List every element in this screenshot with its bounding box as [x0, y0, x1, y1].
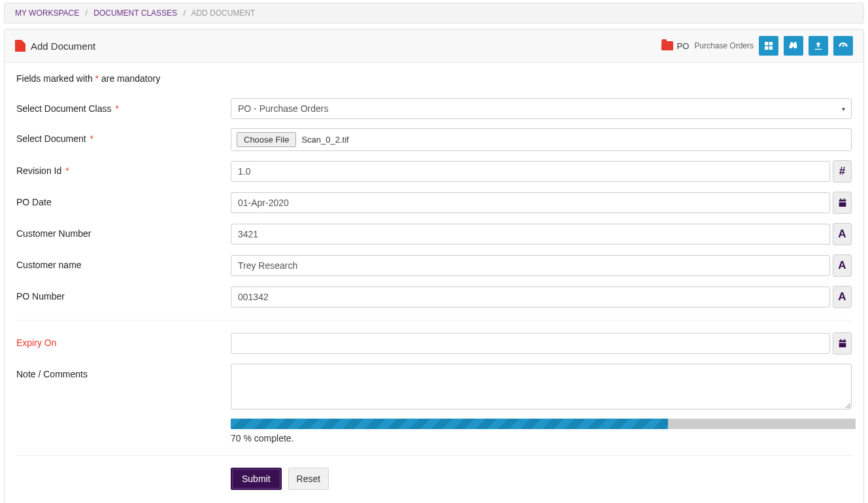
panel-header-actions: PO Purchase Orders [661, 36, 854, 56]
row-revision-id: Revision Id * # [16, 160, 852, 182]
search-button[interactable] [784, 36, 803, 56]
binoculars-icon [788, 41, 799, 51]
dashboard-button[interactable] [833, 36, 853, 56]
row-customer-name: Customer name A [16, 254, 852, 277]
submit-button[interactable]: Submit [231, 468, 282, 490]
choose-file-button[interactable]: Choose File [237, 132, 296, 147]
folder-code: PO [677, 41, 690, 51]
upload-icon [813, 41, 824, 51]
document-icon [15, 40, 25, 52]
label-po-number: PO Number [16, 286, 231, 302]
folder-label: PO Purchase Orders [661, 41, 754, 51]
input-customer-name[interactable] [231, 255, 830, 276]
breadcrumb-separator: / [86, 9, 88, 18]
progress-bar-fill [231, 419, 668, 429]
input-po-date[interactable] [231, 192, 830, 213]
input-revision-id[interactable] [231, 161, 830, 182]
section-divider [16, 455, 852, 456]
progress-bar [231, 419, 856, 429]
input-expiry-on[interactable] [231, 333, 830, 354]
label-notes: Note / Comments [16, 364, 231, 379]
text-icon: A [833, 254, 852, 277]
section-divider [16, 320, 852, 321]
row-po-date: PO Date [16, 192, 852, 214]
breadcrumb-item-classes[interactable]: DOCUMENT CLASSES [93, 9, 177, 18]
button-row: Submit Reset [231, 468, 852, 490]
progress-section: 70 % complete. [231, 419, 852, 443]
hash-icon: # [833, 160, 852, 182]
reset-button[interactable]: Reset [288, 468, 329, 490]
text-icon: A [833, 223, 852, 245]
progress-text: 70 % complete. [231, 433, 852, 443]
breadcrumb: MY WORKSPACE / DOCUMENT CLASSES / ADD DO… [4, 3, 864, 24]
panel-title-text: Add Document [31, 41, 95, 52]
panel-body: Fields marked with * are mandatory Selec… [5, 63, 863, 503]
text-icon: A [833, 286, 852, 308]
breadcrumb-current: ADD DOCUMENT [191, 9, 255, 18]
input-customer-number[interactable] [231, 224, 830, 245]
file-input-wrap: Choose File Scan_0_2.tif [231, 128, 852, 151]
chosen-filename: Scan_0_2.tif [301, 135, 348, 145]
label-revision-id: Revision Id * [16, 160, 231, 176]
row-po-number: PO Number A [16, 286, 852, 308]
folder-name: Purchase Orders [694, 41, 754, 50]
label-document-class: Select Document Class * [16, 98, 231, 114]
panel-header: Add Document PO Purchase Orders [5, 29, 863, 63]
mandatory-prefix: Fields marked with [16, 73, 95, 84]
row-notes: Note / Comments [16, 364, 852, 409]
upload-button[interactable] [809, 36, 828, 56]
calendar-icon[interactable] [833, 332, 852, 355]
label-expiry-on: Expiry On [16, 332, 231, 348]
row-customer-number: Customer Number A [16, 223, 852, 245]
folder-icon [661, 41, 673, 50]
select-document-class[interactable]: PO - Purchase Orders [231, 98, 852, 119]
label-customer-name: Customer name [16, 254, 231, 270]
select-document-class-wrap: PO - Purchase Orders [231, 98, 852, 119]
calendar-icon[interactable] [833, 192, 852, 214]
label-po-date: PO Date [16, 192, 231, 207]
grid-icon [763, 41, 774, 51]
breadcrumb-separator: / [183, 9, 185, 18]
grid-view-button[interactable] [759, 36, 778, 56]
label-select-document: Select Document * [16, 128, 231, 144]
label-customer-number: Customer Number [16, 223, 231, 239]
breadcrumb-item-workspace[interactable]: MY WORKSPACE [15, 9, 79, 18]
row-select-document: Select Document * Choose File Scan_0_2.t… [16, 128, 852, 151]
input-po-number[interactable] [231, 286, 830, 307]
mandatory-note: Fields marked with * are mandatory [16, 73, 852, 84]
textarea-notes[interactable] [231, 364, 852, 409]
add-document-panel: Add Document PO Purchase Orders [4, 29, 864, 503]
gauge-icon [838, 41, 848, 51]
mandatory-suffix: are mandatory [99, 73, 160, 84]
row-expiry-on: Expiry On [16, 332, 852, 355]
panel-title: Add Document [15, 40, 95, 52]
row-document-class: Select Document Class * PO - Purchase Or… [16, 98, 852, 119]
